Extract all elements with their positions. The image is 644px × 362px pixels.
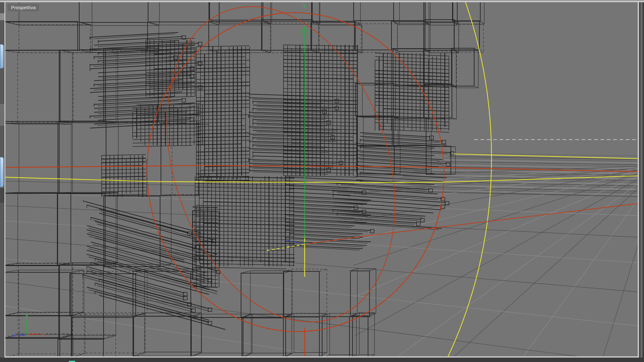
tripod-x-label: X [41,333,45,338]
right-edge [643,0,644,362]
dock-button[interactable] [0,157,4,187]
dock-section[interactable] [0,115,4,126]
viewport-border-left [4,1,5,358]
bottom-bar [0,358,644,362]
tripod-y-label: Y [25,314,28,319]
viewport-window: Y Y X Z Prospettiva [0,0,644,362]
viewport-border-top [0,1,644,2]
viewport-border-right [638,1,639,358]
gizmo-y-axis-label: Y [303,3,306,9]
right-margin [639,0,644,362]
progress-fragment [69,361,75,362]
dock-button[interactable] [0,44,4,69]
right-scrollbar-strip[interactable] [641,0,642,362]
tripod-z-label: Z [13,333,16,338]
dock-handle[interactable] [0,13,4,20]
viewport-label[interactable]: Prospettiva [8,4,39,11]
left-dock [0,0,4,362]
dock-section[interactable] [0,104,4,115]
dock-section [0,188,4,203]
viewport-canvas[interactable]: Y Y X Z [0,0,644,362]
